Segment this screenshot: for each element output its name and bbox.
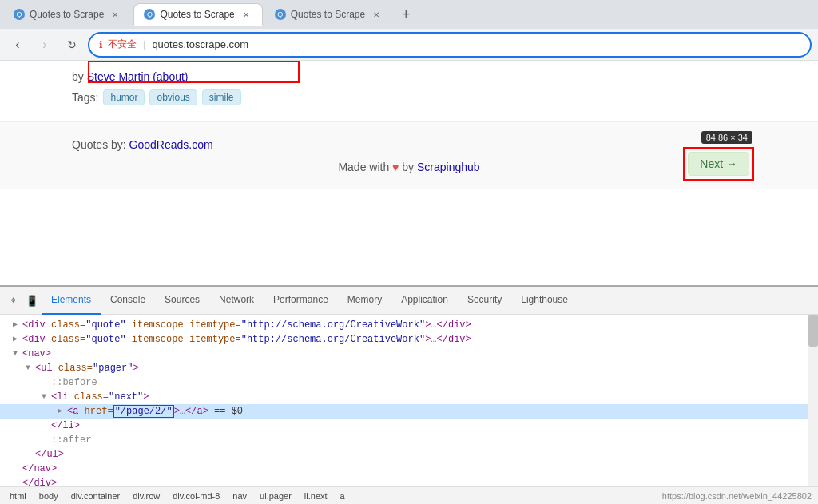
code-line-11[interactable]: </nav> xyxy=(0,462,818,476)
tab-3-close[interactable]: ✕ xyxy=(370,8,383,21)
tab-2[interactable]: Q Quotes to Scrape ✕ xyxy=(133,3,262,26)
new-tab-button[interactable]: + xyxy=(395,3,417,26)
scrapinghub-label: Scrapinghub xyxy=(417,161,480,173)
tag-simile[interactable]: simile xyxy=(202,89,241,105)
tab-network-label: Network xyxy=(219,294,254,305)
tab-1-label: Quotes to Scrape xyxy=(30,9,104,20)
devtools-panel: ⌖ 📱 Elements Console Sources Network Per… xyxy=(0,285,818,504)
devtools-mobile-icon[interactable]: 📱 xyxy=(22,291,42,310)
code-text-1: <div class="quote" itemscope itemtype="h… xyxy=(22,318,471,332)
quotes-by-prefix: Quotes by: xyxy=(72,138,126,151)
next-button[interactable]: Next → xyxy=(688,152,749,176)
page-main: by Steve Martin (about) Tags: humor obvi… xyxy=(0,61,818,105)
tab-security[interactable]: Security xyxy=(458,287,511,315)
tags-line: Tags: humor obvious simile xyxy=(72,89,746,105)
tab-console[interactable]: Console xyxy=(101,287,155,315)
tag-humor[interactable]: humor xyxy=(103,89,145,105)
tab-elements-label: Elements xyxy=(51,294,91,305)
status-div-row[interactable]: div.row xyxy=(129,491,163,501)
security-label: 不安全 xyxy=(108,38,137,51)
tag-obvious[interactable]: obvious xyxy=(149,89,197,105)
author-link[interactable]: Steve Martin xyxy=(87,70,153,83)
tab-1[interactable]: Q Quotes to Scrape ✕ xyxy=(3,3,132,26)
back-button[interactable]: ‹ xyxy=(6,34,29,56)
devtools-scrollbar-thumb xyxy=(808,315,818,347)
status-ul-pager[interactable]: ul.pager xyxy=(256,491,295,501)
goodreads-link[interactable]: GoodReads.com xyxy=(129,138,213,151)
code-line-10[interactable]: </ul> xyxy=(0,447,818,462)
tab-sources-label: Sources xyxy=(165,294,200,305)
status-nav[interactable]: nav xyxy=(229,491,250,501)
tab-sources[interactable]: Sources xyxy=(155,287,209,315)
tab-elements[interactable]: Elements xyxy=(42,287,101,315)
tab-memory-label: Memory xyxy=(347,294,382,305)
expand-arrow-11 xyxy=(13,462,22,476)
quotes-by: Quotes by: GoodReads.com xyxy=(72,138,746,151)
code-text-3: <nav> xyxy=(22,347,51,361)
status-a[interactable]: a xyxy=(337,491,348,501)
expand-arrow-2[interactable]: ▶ xyxy=(13,332,22,347)
tab-bar: Q Quotes to Scrape ✕ Q Quotes to Scrape … xyxy=(0,0,818,29)
code-text-7: <a href="/page/2/">…</a> == $0 xyxy=(67,404,243,419)
expand-arrow-1[interactable]: ▶ xyxy=(13,318,22,332)
address-input[interactable] xyxy=(152,38,800,50)
author-line: by Steve Martin (about) xyxy=(72,70,746,83)
status-div-col-md-8[interactable]: div.col-md-8 xyxy=(169,491,223,501)
tab-performance[interactable]: Performance xyxy=(264,287,338,315)
code-text-4: <ul class="pager"> xyxy=(35,361,139,375)
scrapinghub-link[interactable]: Scrapinghub xyxy=(417,161,480,173)
next-button-highlight: 84.86 × 34 Next → xyxy=(683,147,754,181)
reload-button[interactable]: ↻ xyxy=(61,34,83,56)
expand-arrow-6[interactable]: ▼ xyxy=(42,390,51,404)
about-link[interactable]: (about) xyxy=(153,70,188,83)
code-line-4[interactable]: ▼ <ul class="pager"> xyxy=(0,361,818,375)
tab-performance-label: Performance xyxy=(273,294,328,305)
tab-memory[interactable]: Memory xyxy=(338,287,391,315)
code-line-5[interactable]: ::before xyxy=(0,375,818,390)
status-body[interactable]: body xyxy=(36,491,62,501)
made-with: Made with ♥ by Scrapinghub xyxy=(72,161,746,173)
tab-lighthouse-label: Lighthouse xyxy=(521,294,568,305)
tab-2-close[interactable]: ✕ xyxy=(240,8,252,21)
status-bar: html body div.container div.row div.col-… xyxy=(0,486,818,504)
address-bar-container[interactable]: ℹ 不安全 | xyxy=(88,32,812,58)
devtools-cursor-icon[interactable]: ⌖ xyxy=(3,291,22,310)
code-line-2[interactable]: ▶ <div class="quote" itemscope itemtype=… xyxy=(0,332,818,347)
code-text-11: </nav> xyxy=(22,462,57,476)
code-line-8[interactable]: </li> xyxy=(0,419,818,433)
status-div-container[interactable]: div.container xyxy=(68,491,124,501)
expand-arrow-3[interactable]: ▼ xyxy=(13,347,22,361)
devtools-code-view[interactable]: ▶ <div class="quote" itemscope itemtype=… xyxy=(0,315,818,492)
devtools-scrollbar[interactable] xyxy=(808,315,818,492)
code-line-7[interactable]: ▶ <a href="/page/2/">…</a> == $0 xyxy=(0,404,818,419)
expand-arrow-4[interactable]: ▼ xyxy=(26,361,35,375)
separator: | xyxy=(143,38,145,50)
tab-2-favicon: Q xyxy=(144,9,155,20)
by-prefix: by xyxy=(72,70,84,83)
code-line-9[interactable]: ::after xyxy=(0,433,818,447)
expand-arrow-7[interactable]: ▶ xyxy=(58,404,67,419)
code-line-6[interactable]: ▼ <li class="next"> xyxy=(0,390,818,404)
status-html[interactable]: html xyxy=(6,491,30,501)
code-line-1[interactable]: ▶ <div class="quote" itemscope itemtype=… xyxy=(0,318,818,332)
status-li-next[interactable]: li.next xyxy=(301,491,331,501)
code-text-6: <li class="next"> xyxy=(51,390,149,404)
code-text-5: ::before xyxy=(51,375,97,390)
tab-3-favicon: Q xyxy=(275,9,286,20)
expand-arrow-10 xyxy=(26,447,35,462)
tab-application[interactable]: Application xyxy=(391,287,458,315)
tab-2-label: Quotes to Scrape xyxy=(160,9,234,20)
tab-lighthouse[interactable]: Lighthouse xyxy=(511,287,578,315)
tab-application-label: Application xyxy=(401,294,448,305)
about-label: (about) xyxy=(153,70,188,83)
tab-1-close[interactable]: ✕ xyxy=(109,8,121,21)
page-content: by Steve Martin (about) Tags: humor obvi… xyxy=(0,61,818,272)
tab-security-label: Security xyxy=(467,294,502,305)
tab-3[interactable]: Q Quotes to Scrape ✕ xyxy=(264,3,393,26)
expand-arrow-8 xyxy=(42,419,51,433)
forward-button[interactable]: › xyxy=(34,34,56,56)
security-icon: ℹ xyxy=(99,39,103,50)
tab-network[interactable]: Network xyxy=(209,287,264,315)
devtools-tab-bar: ⌖ 📱 Elements Console Sources Network Per… xyxy=(0,287,818,315)
code-line-3[interactable]: ▼ <nav> xyxy=(0,347,818,361)
